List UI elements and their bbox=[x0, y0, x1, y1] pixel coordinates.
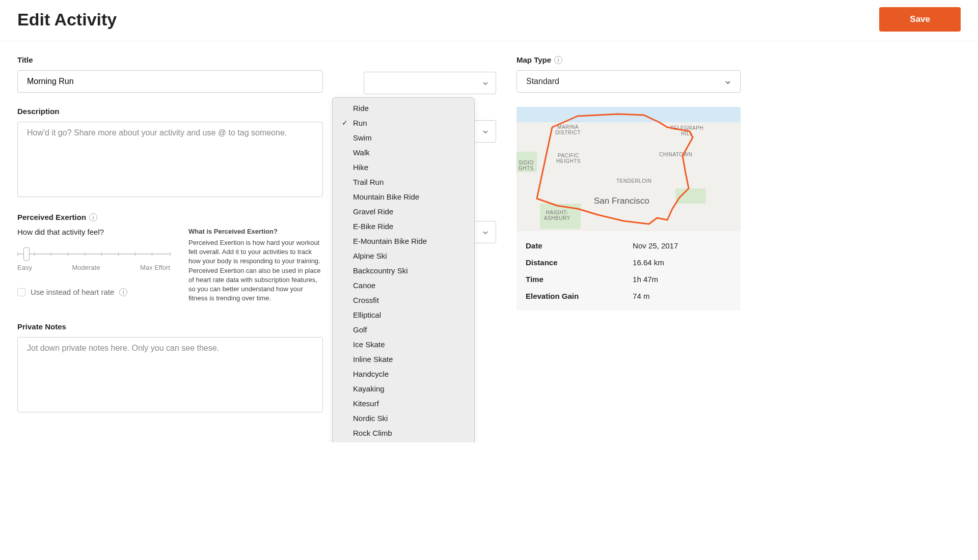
sport-dropdown[interactable]: RideRunSwimWalkHikeTrail RunMountain Bik… bbox=[332, 97, 475, 442]
sport-option[interactable]: Alpine Ski bbox=[333, 248, 474, 263]
description-label: Description bbox=[17, 107, 323, 116]
map-type-select[interactable]: Standard bbox=[517, 70, 741, 93]
private-notes-label: Private Notes bbox=[17, 322, 323, 331]
private-notes-textarea[interactable] bbox=[17, 337, 323, 412]
sport-option[interactable]: Roller Ski bbox=[333, 440, 474, 442]
sport-option[interactable]: Run bbox=[333, 116, 474, 130]
slider-handle[interactable] bbox=[23, 247, 30, 261]
sport-option[interactable]: Ride bbox=[333, 101, 474, 116]
slider-min-label: Easy bbox=[17, 264, 32, 271]
title-input[interactable] bbox=[17, 70, 323, 93]
save-button[interactable]: Save bbox=[879, 7, 961, 32]
sport-option[interactable]: Nordic Ski bbox=[333, 411, 474, 426]
sport-option[interactable]: Hike bbox=[333, 160, 474, 175]
sport-option[interactable]: Handcycle bbox=[333, 367, 474, 381]
stat-row: Date Nov 25, 2017 bbox=[517, 237, 741, 254]
sport-option[interactable]: Backcountry Ski bbox=[333, 263, 474, 278]
stat-key: Date bbox=[526, 241, 633, 250]
page-title: Edit Activity bbox=[17, 10, 117, 30]
sport-option[interactable]: Canoe bbox=[333, 278, 474, 293]
sport-option[interactable]: Kayaking bbox=[333, 381, 474, 396]
stat-value: 74 m bbox=[633, 292, 649, 300]
sport-select[interactable] bbox=[364, 72, 496, 94]
stat-row: Distance 16.64 km bbox=[517, 254, 741, 271]
sport-option[interactable]: Rock Climb bbox=[333, 426, 474, 440]
stat-value: 1h 47m bbox=[633, 275, 658, 284]
route-path bbox=[517, 107, 741, 231]
sport-option[interactable]: Mountain Bike Ride bbox=[333, 189, 474, 204]
stat-key: Distance bbox=[526, 258, 633, 267]
map-type-label: Map Type i bbox=[517, 55, 741, 64]
sport-option[interactable]: E-Mountain Bike Ride bbox=[333, 234, 474, 248]
map-preview[interactable]: MARINADISTRICT TELEGRAPHHILL PACIFICHEIG… bbox=[517, 107, 741, 231]
chevron-down-icon bbox=[482, 229, 488, 235]
stat-value: Nov 25, 2017 bbox=[633, 241, 678, 250]
stat-key: Elevation Gain bbox=[526, 292, 633, 300]
description-textarea[interactable] bbox=[17, 122, 323, 197]
info-icon[interactable]: i bbox=[554, 56, 562, 64]
sport-option[interactable]: E-Bike Ride bbox=[333, 219, 474, 234]
sport-option[interactable]: Kitesurf bbox=[333, 396, 474, 411]
sport-option[interactable]: Ice Skate bbox=[333, 337, 474, 352]
stat-key: Time bbox=[526, 275, 633, 284]
sport-option[interactable]: Gravel Ride bbox=[333, 204, 474, 219]
heart-rate-checkbox[interactable] bbox=[17, 288, 25, 296]
exertion-info-body: Perceived Exertion is how hard your work… bbox=[188, 238, 323, 303]
perceived-exertion-label: Perceived Exertion i bbox=[17, 213, 323, 221]
exertion-question: How did that activity feel? bbox=[17, 228, 170, 236]
activity-stats: Date Nov 25, 2017 Distance 16.64 km Time… bbox=[517, 231, 741, 311]
heart-rate-checkbox-label: Use instead of heart rate bbox=[31, 288, 114, 296]
exertion-info-heading: What is Perceived Exertion? bbox=[188, 228, 323, 235]
sport-option[interactable]: Crossfit bbox=[333, 293, 474, 307]
slider-mid-label: Moderate bbox=[72, 264, 100, 271]
chevron-down-icon bbox=[482, 80, 488, 86]
stat-value: 16.64 km bbox=[633, 258, 664, 267]
sport-option[interactable]: Walk bbox=[333, 145, 474, 160]
info-icon[interactable]: i bbox=[89, 213, 97, 221]
sport-option[interactable]: Golf bbox=[333, 322, 474, 337]
sport-option[interactable]: Swim bbox=[333, 130, 474, 145]
slider-max-label: Max Effort bbox=[140, 264, 170, 271]
stat-row: Elevation Gain 74 m bbox=[517, 288, 741, 304]
sport-option[interactable]: Inline Skate bbox=[333, 352, 474, 367]
chevron-down-icon bbox=[482, 128, 488, 134]
exertion-slider[interactable] bbox=[17, 246, 170, 262]
chevron-down-icon bbox=[725, 78, 731, 85]
title-label: Title bbox=[17, 55, 323, 64]
info-icon[interactable]: i bbox=[119, 288, 127, 296]
sport-option[interactable]: Trail Run bbox=[333, 175, 474, 189]
stat-row: Time 1h 47m bbox=[517, 271, 741, 288]
sport-option[interactable]: Elliptical bbox=[333, 307, 474, 322]
